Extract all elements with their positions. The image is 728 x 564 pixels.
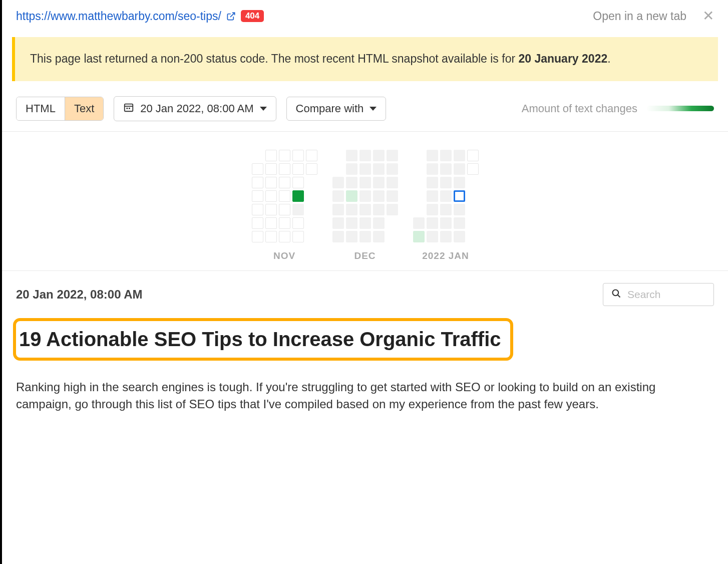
calendar-cell[interactable] [454,204,465,215]
calendar-cell[interactable] [440,163,452,175]
date-dropdown[interactable]: 20 Jan 2022, 08:00 AM [114,96,276,121]
calendar-cell[interactable] [373,217,385,229]
calendar-cell[interactable] [332,231,344,242]
calendar-cell[interactable] [346,150,357,161]
calendar-cell[interactable] [359,177,371,188]
calendar-cell[interactable] [279,163,290,175]
compare-dropdown[interactable]: Compare with [286,97,387,121]
calendar-cell[interactable] [359,150,371,161]
calendar-cell[interactable] [387,204,398,215]
calendar-cell[interactable] [265,177,277,188]
calendar-cell[interactable] [454,231,465,242]
calendar-cell[interactable] [252,231,263,242]
calendar-cell[interactable] [373,150,385,161]
changes-label: Amount of text changes [522,102,637,115]
calendar-cell[interactable] [440,217,452,229]
svg-line-0 [230,13,235,17]
calendar-cell[interactable] [265,163,277,175]
calendar-cell[interactable] [346,217,357,229]
calendar-cell[interactable] [359,231,371,242]
open-new-tab-link[interactable]: Open in a new tab [593,10,686,23]
calendar-cell[interactable] [252,217,263,229]
calendar-cell[interactable] [306,163,317,175]
calendar-cell[interactable] [346,231,357,242]
calendar-cell[interactable] [346,190,357,202]
calendar-cell[interactable] [467,163,479,175]
calendar-cell-selected[interactable] [454,190,465,202]
month-label-nov: NOV [252,250,317,261]
calendar-cell[interactable] [279,231,290,242]
calendar-cell[interactable] [252,177,263,188]
calendar-cell[interactable] [332,177,344,188]
calendar-cell[interactable] [279,190,290,202]
calendar-cell[interactable] [359,163,371,175]
calendar-cell[interactable] [427,163,438,175]
svg-rect-1 [125,104,133,111]
calendar-cell[interactable] [454,177,465,188]
calendar-cell[interactable] [292,177,304,188]
calendar-cell[interactable] [265,217,277,229]
calendar-cell[interactable] [292,204,304,215]
calendar-cell[interactable] [467,150,479,161]
calendar-cell[interactable] [454,163,465,175]
calendar-cell[interactable] [427,217,438,229]
calendar-cell[interactable] [359,190,371,202]
text-tab[interactable]: Text [65,97,103,120]
calendar-cell[interactable] [292,150,304,161]
calendar-cell[interactable] [292,163,304,175]
calendar-cell[interactable] [279,204,290,215]
calendar-cell[interactable] [387,177,398,188]
calendar-cell[interactable] [427,190,438,202]
calendar-cell[interactable] [440,231,452,242]
calendar-cell[interactable] [387,190,398,202]
calendar-cell[interactable] [292,190,304,202]
calendar-cell[interactable] [346,177,357,188]
calendar-cell[interactable] [279,177,290,188]
calendar-cell[interactable] [265,204,277,215]
calendar-cell[interactable] [265,150,277,161]
calendar-cell[interactable] [252,204,263,215]
calendar-cell[interactable] [373,177,385,188]
article-title: 19 Actionable SEO Tips to Increase Organ… [16,328,501,351]
calendar-cell[interactable] [279,150,290,161]
calendar-cell[interactable] [387,150,398,161]
calendar-cell[interactable] [373,204,385,215]
calendar-cell[interactable] [346,204,357,215]
calendar-cell[interactable] [292,231,304,242]
calendar-cell[interactable] [332,190,344,202]
calendar-cell[interactable] [265,190,277,202]
calendar-cell[interactable] [440,150,452,161]
calendar-cell[interactable] [373,163,385,175]
calendar-cell[interactable] [427,150,438,161]
calendar-cell[interactable] [454,217,465,229]
calendar-cell[interactable] [387,163,398,175]
calendar-cell[interactable] [413,217,425,229]
page-url-link[interactable]: https://www.matthewbarby.com/seo-tips/ [16,10,221,23]
calendar-cell[interactable] [279,217,290,229]
calendar-cell[interactable] [332,204,344,215]
calendar-cell[interactable] [373,231,385,242]
calendar-cell[interactable] [359,204,371,215]
calendar-cell[interactable] [306,150,317,161]
external-link-icon[interactable] [226,12,236,21]
calendar-cell[interactable] [440,190,452,202]
search-input[interactable] [627,289,705,301]
calendar-cell[interactable] [440,177,452,188]
calendar-cell[interactable] [427,204,438,215]
calendar-cell[interactable] [440,204,452,215]
calendar-cell[interactable] [373,190,385,202]
calendar-cell[interactable] [454,150,465,161]
calendar-cell[interactable] [413,231,425,242]
html-tab[interactable]: HTML [17,97,65,120]
calendar-cell[interactable] [252,163,263,175]
calendar-cell[interactable] [346,163,357,175]
calendar-cell[interactable] [359,217,371,229]
close-icon[interactable]: ✕ [702,9,714,23]
calendar-cell[interactable] [427,177,438,188]
calendar-cell[interactable] [292,217,304,229]
calendar-cell[interactable] [332,217,344,229]
calendar-cell[interactable] [265,231,277,242]
calendar-cell[interactable] [427,231,438,242]
calendar-cell[interactable] [252,190,263,202]
search-box[interactable] [603,283,714,306]
